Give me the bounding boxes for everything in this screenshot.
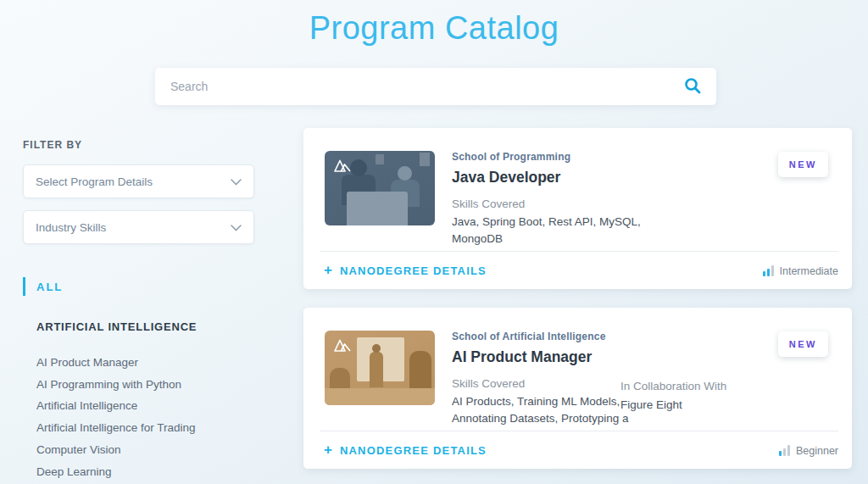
card-school: School of Programming bbox=[452, 151, 698, 163]
program-thumbnail bbox=[325, 331, 435, 405]
search-input[interactable] bbox=[155, 80, 677, 93]
card-title: AI Product Manager bbox=[452, 348, 698, 366]
difficulty-level: Intermediate bbox=[763, 264, 838, 276]
sidebar-item-all-label: ALL bbox=[36, 281, 63, 293]
sidebar-item-all[interactable]: ALL bbox=[23, 277, 254, 296]
card-footer: + NANODEGREE DETAILS Intermediate bbox=[303, 252, 852, 289]
sidebar-item-artificial-intelligence[interactable]: Artificial Intelligence bbox=[36, 395, 254, 417]
new-badge: NEW bbox=[778, 152, 828, 177]
level-bars-icon bbox=[779, 445, 790, 456]
collaboration-partner: Figure Eight bbox=[620, 398, 773, 411]
level-label: Intermediate bbox=[780, 265, 838, 277]
chevron-down-icon bbox=[231, 174, 242, 189]
card-school: School of Artificial Intelligence bbox=[452, 331, 698, 342]
plus-icon: + bbox=[324, 444, 332, 456]
page-title: Program Catalog bbox=[0, 10, 868, 47]
udacity-logo-icon bbox=[333, 159, 352, 176]
collaboration-info: In Collaboration With Figure Eight bbox=[620, 380, 773, 411]
card-info: School of Programming Java Developer Ski… bbox=[452, 151, 698, 244]
level-label: Beginner bbox=[796, 445, 838, 457]
card-footer: + NANODEGREE DETAILS Beginner bbox=[303, 431, 852, 469]
sidebar-program-list: AI Product Manager AI Programming with P… bbox=[36, 352, 254, 482]
chevron-down-icon bbox=[231, 220, 242, 235]
collaboration-label: In Collaboration With bbox=[620, 380, 773, 392]
program-catalog-page: Program Catalog FILTER BY Select Program… bbox=[0, 0, 868, 484]
search-icon bbox=[684, 77, 701, 97]
plus-icon: + bbox=[324, 264, 332, 276]
industry-skills-dropdown-value: Industry Skills bbox=[36, 221, 106, 234]
sidebar-section-artificial-intelligence: ARTIFICIAL INTELLIGENCE bbox=[36, 320, 254, 333]
skills-line: Annotating Datasets, Prototyping a bbox=[452, 413, 698, 424]
active-indicator-bar bbox=[23, 277, 25, 296]
skills-line: Java, Spring Boot, Rest API, MySQL, bbox=[452, 216, 698, 227]
search-button[interactable] bbox=[677, 77, 716, 97]
search-bar bbox=[155, 68, 716, 105]
program-thumbnail bbox=[325, 151, 435, 225]
filter-sidebar: FILTER BY Select Program Details Industr… bbox=[23, 139, 254, 482]
program-details-dropdown[interactable]: Select Program Details bbox=[23, 164, 254, 198]
filter-by-label: FILTER BY bbox=[23, 139, 254, 151]
level-bars-icon bbox=[763, 265, 774, 276]
nanodegree-details-label: NANODEGREE DETAILS bbox=[340, 444, 487, 457]
nanodegree-details-button[interactable]: + NANODEGREE DETAILS bbox=[324, 264, 487, 277]
program-card-ai-product-manager: School of Artificial Intelligence AI Pro… bbox=[303, 308, 852, 469]
program-card-java-developer: School of Programming Java Developer Ski… bbox=[303, 128, 852, 289]
nanodegree-details-label: NANODEGREE DETAILS bbox=[340, 264, 487, 277]
skills-line: MongoDB bbox=[452, 233, 698, 244]
udacity-logo-icon bbox=[333, 338, 352, 356]
sidebar-item-ai-product-manager[interactable]: AI Product Manager bbox=[36, 352, 254, 374]
industry-skills-dropdown[interactable]: Industry Skills bbox=[23, 210, 254, 244]
sidebar-item-deep-learning[interactable]: Deep Learning bbox=[36, 461, 254, 483]
difficulty-level: Beginner bbox=[779, 444, 838, 456]
program-details-dropdown-value: Select Program Details bbox=[36, 175, 153, 188]
skills-covered-label: Skills Covered bbox=[452, 197, 698, 210]
card-title: Java Developer bbox=[452, 169, 698, 186]
sidebar-item-artificial-intelligence-for-trading[interactable]: Artificial Intelligence for Trading bbox=[36, 417, 254, 439]
sidebar-item-computer-vision[interactable]: Computer Vision bbox=[36, 439, 254, 461]
sidebar-item-ai-programming-with-python[interactable]: AI Programming with Python bbox=[36, 374, 254, 396]
nanodegree-details-button[interactable]: + NANODEGREE DETAILS bbox=[324, 444, 487, 457]
new-badge: NEW bbox=[778, 331, 828, 357]
